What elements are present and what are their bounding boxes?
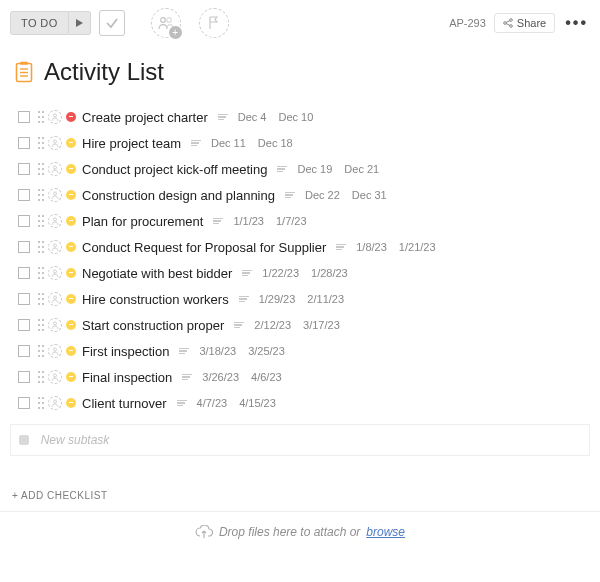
description-icon[interactable] <box>277 166 287 173</box>
start-date[interactable]: Dec 19 <box>297 163 332 175</box>
start-date[interactable]: 2/12/23 <box>254 319 291 331</box>
end-date[interactable]: 3/17/23 <box>303 319 340 331</box>
browse-link[interactable]: browse <box>366 525 405 539</box>
end-date[interactable]: Dec 18 <box>258 137 293 149</box>
priority-dot[interactable] <box>66 346 76 356</box>
assignee-placeholder[interactable] <box>48 188 62 202</box>
drag-handle[interactable] <box>38 293 46 305</box>
drag-handle[interactable] <box>38 189 46 201</box>
task-name[interactable]: Construction design and planning <box>82 188 275 203</box>
priority-dot[interactable] <box>66 320 76 330</box>
end-date[interactable]: 1/7/23 <box>276 215 307 227</box>
end-date[interactable]: 1/28/23 <box>311 267 348 279</box>
priority-dot[interactable] <box>66 138 76 148</box>
task-checkbox[interactable] <box>18 241 30 253</box>
priority-dot[interactable] <box>66 268 76 278</box>
task-name[interactable]: Create project charter <box>82 110 208 125</box>
assignee-placeholder[interactable] <box>48 240 62 254</box>
drag-handle[interactable] <box>38 137 46 149</box>
task-name[interactable]: Conduct project kick-off meeting <box>82 162 267 177</box>
start-date[interactable]: 1/22/23 <box>262 267 299 279</box>
start-date[interactable]: 3/26/23 <box>202 371 239 383</box>
start-date[interactable]: 1/8/23 <box>356 241 387 253</box>
complete-button[interactable] <box>99 10 125 36</box>
drag-handle[interactable] <box>38 215 46 227</box>
end-date[interactable]: Dec 31 <box>352 189 387 201</box>
priority-dot[interactable] <box>66 242 76 252</box>
more-button[interactable]: ••• <box>563 14 590 32</box>
priority-dot[interactable] <box>66 190 76 200</box>
end-date[interactable]: 2/11/23 <box>307 293 344 305</box>
task-checkbox[interactable] <box>18 189 30 201</box>
end-date[interactable]: Dec 21 <box>344 163 379 175</box>
task-name[interactable]: Plan for procurement <box>82 214 203 229</box>
drag-handle[interactable] <box>38 371 46 383</box>
assignee-placeholder[interactable] <box>48 266 62 280</box>
assignee-placeholder[interactable] <box>48 396 62 410</box>
drop-area[interactable]: Drop files here to attach or browse <box>0 511 600 551</box>
description-icon[interactable] <box>285 192 295 199</box>
assignee-placeholder[interactable] <box>48 370 62 384</box>
task-name[interactable]: Negotiate with best bidder <box>82 266 232 281</box>
page-title[interactable]: Activity List <box>44 58 164 86</box>
new-subtask-input-row[interactable] <box>10 424 590 456</box>
priority-dot[interactable] <box>66 112 76 122</box>
drag-handle[interactable] <box>38 345 46 357</box>
start-date[interactable]: 4/7/23 <box>197 397 228 409</box>
drag-handle[interactable] <box>38 241 46 253</box>
task-checkbox[interactable] <box>18 371 30 383</box>
description-icon[interactable] <box>336 244 346 251</box>
description-icon[interactable] <box>239 296 249 303</box>
end-date[interactable]: 3/25/23 <box>248 345 285 357</box>
drag-handle[interactable] <box>38 319 46 331</box>
description-icon[interactable] <box>234 322 244 329</box>
status-next-button[interactable] <box>69 11 91 35</box>
start-date[interactable]: 3/18/23 <box>199 345 236 357</box>
description-icon[interactable] <box>213 218 223 225</box>
task-checkbox[interactable] <box>18 163 30 175</box>
priority-dot[interactable] <box>66 216 76 226</box>
assignee-placeholder[interactable] <box>48 110 62 124</box>
share-button[interactable]: Share <box>494 13 555 33</box>
assignee-placeholder[interactable] <box>48 136 62 150</box>
start-date[interactable]: Dec 22 <box>305 189 340 201</box>
end-date[interactable]: Dec 10 <box>278 111 313 123</box>
drag-handle[interactable] <box>38 267 46 279</box>
description-icon[interactable] <box>191 140 201 147</box>
description-icon[interactable] <box>242 270 252 277</box>
add-checklist-button[interactable]: + ADD CHECKLIST <box>0 456 600 511</box>
end-date[interactable]: 4/15/23 <box>239 397 276 409</box>
assignee-placeholder[interactable] <box>48 318 62 332</box>
start-date[interactable]: Dec 11 <box>211 137 246 149</box>
task-checkbox[interactable] <box>18 319 30 331</box>
description-icon[interactable] <box>218 114 228 121</box>
task-name[interactable]: Client turnover <box>82 396 167 411</box>
start-date[interactable]: 1/29/23 <box>259 293 296 305</box>
task-name[interactable]: Start construction proper <box>82 318 224 333</box>
assignee-placeholder[interactable] <box>48 214 62 228</box>
task-checkbox[interactable] <box>18 111 30 123</box>
task-name[interactable]: Hire construction workers <box>82 292 229 307</box>
task-checkbox[interactable] <box>18 267 30 279</box>
assignee-placeholder[interactable] <box>48 292 62 306</box>
new-subtask-input[interactable] <box>39 432 581 448</box>
task-checkbox[interactable] <box>18 215 30 227</box>
end-date[interactable]: 4/6/23 <box>251 371 282 383</box>
assignee-placeholder[interactable] <box>48 344 62 358</box>
drag-handle[interactable] <box>38 397 46 409</box>
description-icon[interactable] <box>177 400 187 407</box>
priority-add-button[interactable] <box>199 8 229 38</box>
start-date[interactable]: Dec 4 <box>238 111 267 123</box>
priority-dot[interactable] <box>66 372 76 382</box>
end-date[interactable]: 1/21/23 <box>399 241 436 253</box>
description-icon[interactable] <box>179 348 189 355</box>
status-button[interactable]: TO DO <box>10 11 69 35</box>
start-date[interactable]: 1/1/23 <box>233 215 264 227</box>
task-name[interactable]: Final inspection <box>82 370 172 385</box>
task-checkbox[interactable] <box>18 397 30 409</box>
task-name[interactable]: First inspection <box>82 344 169 359</box>
task-name[interactable]: Hire project team <box>82 136 181 151</box>
task-checkbox[interactable] <box>18 293 30 305</box>
task-checkbox[interactable] <box>18 345 30 357</box>
priority-dot[interactable] <box>66 398 76 408</box>
